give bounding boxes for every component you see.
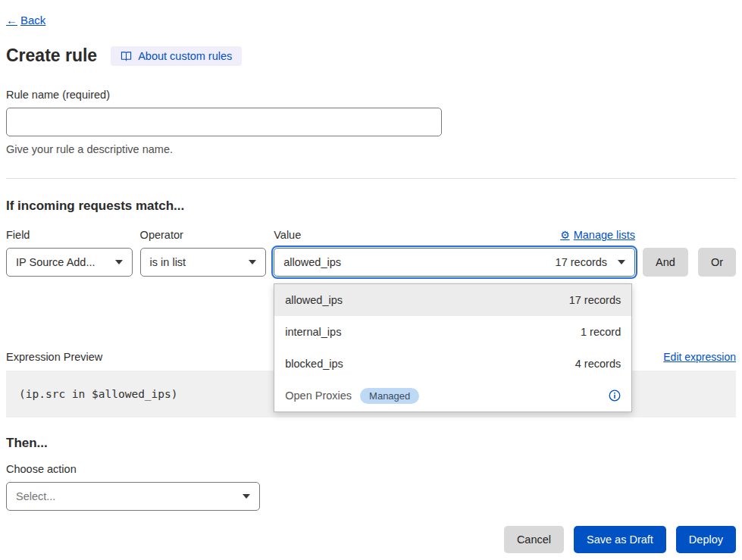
lists-dropdown-menu: allowed_ips 17 records internal_ips 1 re… bbox=[274, 283, 632, 412]
action-select-placeholder: Select... bbox=[16, 490, 55, 502]
expression-preview-label: Expression Preview bbox=[6, 351, 102, 363]
match-heading: If incoming requests match... bbox=[6, 199, 736, 214]
section-divider bbox=[6, 178, 736, 179]
field-column: Field IP Source Add... bbox=[6, 229, 133, 277]
chevron-down-icon bbox=[249, 260, 256, 264]
title-row: Create rule About custom rules bbox=[6, 45, 736, 66]
info-icon[interactable] bbox=[609, 389, 621, 402]
field-label: Field bbox=[6, 229, 133, 241]
list-option-name: internal_ips bbox=[285, 326, 341, 338]
operator-select-value: is in list bbox=[150, 256, 186, 268]
and-button[interactable]: And bbox=[643, 248, 688, 277]
value-select[interactable]: allowed_ips 17 records bbox=[274, 248, 635, 277]
list-option-internal-ips[interactable]: internal_ips 1 record bbox=[274, 316, 631, 348]
chevron-down-icon bbox=[243, 494, 250, 499]
field-select-value: IP Source Add... bbox=[16, 256, 95, 268]
list-option-name: Open Proxies bbox=[285, 389, 352, 402]
chevron-down-icon bbox=[618, 260, 625, 264]
list-option-records: 17 records bbox=[569, 294, 621, 306]
choose-action-label: Choose action bbox=[6, 463, 736, 475]
action-select[interactable]: Select... bbox=[6, 482, 260, 511]
save-as-draft-button[interactable]: Save as Draft bbox=[574, 526, 666, 553]
manage-lists-link[interactable]: ⚙ Manage lists bbox=[560, 229, 635, 241]
list-option-allowed-ips[interactable]: allowed_ips 17 records bbox=[274, 284, 631, 316]
list-option-blocked-ips[interactable]: blocked_ips 4 records bbox=[274, 348, 631, 380]
operator-column: Operator is in list bbox=[140, 229, 267, 277]
edit-expression-link[interactable]: Edit expression bbox=[663, 351, 736, 363]
manage-lists-label: Manage lists bbox=[574, 229, 635, 241]
or-button[interactable]: Or bbox=[698, 248, 736, 277]
about-custom-rules-label: About custom rules bbox=[138, 50, 232, 62]
managed-badge: Managed bbox=[360, 388, 419, 404]
list-option-name: allowed_ips bbox=[285, 294, 343, 306]
operator-label: Operator bbox=[140, 229, 267, 241]
book-icon bbox=[121, 51, 132, 61]
value-select-records: 17 records bbox=[556, 256, 608, 268]
then-heading: Then... bbox=[6, 436, 736, 451]
page-title: Create rule bbox=[6, 45, 97, 66]
back-arrow-icon: ← bbox=[6, 14, 17, 27]
back-link[interactable]: ← Back bbox=[6, 14, 45, 27]
value-select-value: allowed_ips bbox=[283, 256, 341, 268]
deploy-button[interactable]: Deploy bbox=[676, 526, 736, 553]
list-option-records: 1 record bbox=[581, 326, 621, 338]
gear-icon: ⚙ bbox=[560, 229, 570, 241]
rule-name-label: Rule name (required) bbox=[6, 89, 736, 101]
value-label: Value bbox=[274, 229, 301, 241]
list-option-records: 4 records bbox=[575, 358, 621, 370]
create-rule-page: ← Back Create rule About custom rules Ru… bbox=[0, 0, 742, 553]
field-select[interactable]: IP Source Add... bbox=[6, 248, 133, 277]
cancel-button[interactable]: Cancel bbox=[504, 526, 564, 553]
match-condition-row: Field IP Source Add... Operator is in li… bbox=[6, 229, 736, 277]
back-label: Back bbox=[20, 14, 45, 27]
list-option-open-proxies[interactable]: Open Proxies Managed bbox=[274, 380, 631, 411]
operator-select[interactable]: is in list bbox=[140, 248, 267, 277]
expression-code: (ip.src in $allowed_ips) bbox=[19, 388, 178, 400]
value-header: Value ⚙ Manage lists bbox=[274, 229, 635, 241]
footer-actions: Cancel Save as Draft Deploy bbox=[6, 526, 736, 553]
list-option-name: blocked_ips bbox=[285, 358, 343, 370]
value-column: Value ⚙ Manage lists allowed_ips 17 reco… bbox=[274, 229, 635, 277]
rule-name-input[interactable] bbox=[6, 108, 442, 136]
about-custom-rules-link[interactable]: About custom rules bbox=[111, 46, 242, 66]
chevron-down-icon bbox=[115, 260, 123, 264]
rule-name-helper: Give your rule a descriptive name. bbox=[6, 143, 736, 155]
